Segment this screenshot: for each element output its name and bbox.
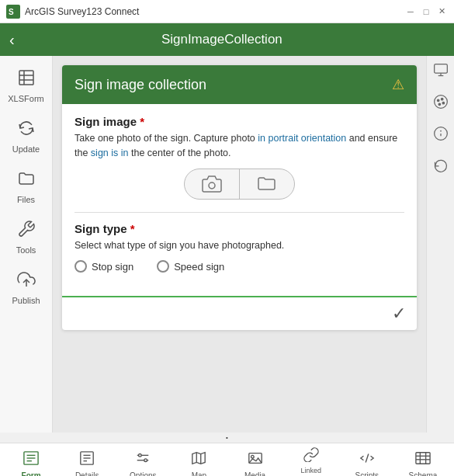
refresh-icon	[17, 119, 36, 142]
tab-schema[interactable]: Schema	[404, 447, 442, 477]
options-icon	[134, 450, 151, 470]
tab-media[interactable]: Media	[236, 447, 275, 477]
survey-card: Sign image collection ⚠ Sign image * Tak…	[62, 65, 417, 330]
radio-circle-stop	[75, 260, 87, 273]
title-bar-controls: ─ □ ✕	[404, 5, 448, 18]
tab-label-linked: LinkedContent	[299, 467, 324, 476]
sidebar-label-tools: Tools	[16, 245, 36, 255]
bottom-tabs: Form Details Options	[0, 443, 454, 476]
wrench-icon	[17, 220, 36, 243]
sign-image-question: Sign image * Take one photo of the sign.…	[75, 115, 404, 200]
tab-label-options: Options	[130, 471, 156, 477]
radio-group: Stop sign Speed sign	[75, 260, 404, 273]
tab-label-scripts: Scripts	[355, 471, 379, 477]
card-footer: ✓	[62, 296, 417, 330]
sidebar-item-update[interactable]: Update	[0, 113, 52, 160]
scripts-icon	[359, 450, 376, 470]
folder-button[interactable]	[240, 169, 294, 199]
highlight-text: in portrait orientation	[258, 133, 346, 144]
svg-point-11	[434, 96, 447, 109]
main-layout: XLSForm Update Files	[0, 56, 454, 433]
app-icon: S	[6, 5, 20, 19]
back-button[interactable]: ‹	[9, 31, 15, 49]
tab-scripts[interactable]: Scripts	[348, 447, 386, 477]
details-icon	[78, 450, 95, 470]
sign-image-title: Sign image *	[75, 115, 404, 128]
undo-icon[interactable]	[433, 158, 449, 177]
sign-type-title: Sign type *	[75, 222, 404, 235]
tab-label-map: Map	[192, 471, 206, 477]
maximize-button[interactable]: □	[420, 5, 432, 18]
radio-label-speed: Speed sign	[174, 261, 224, 273]
sidebar-item-files[interactable]: Files	[0, 163, 52, 210]
linked-icon	[303, 446, 320, 466]
title-bar: S ArcGIS Survey123 Connect ─ □ ✕	[0, 0, 454, 23]
tab-label-media: Media	[244, 471, 265, 477]
tab-label-form: Form	[22, 471, 41, 477]
info-icon[interactable]	[433, 126, 449, 145]
tab-form[interactable]: Form	[12, 447, 50, 477]
media-icon	[247, 450, 264, 470]
photo-btn-group	[184, 169, 295, 200]
title-bar-left: S ArcGIS Survey123 Connect	[6, 5, 139, 19]
svg-point-7	[209, 182, 215, 189]
folder-icon	[17, 169, 36, 193]
tab-options[interactable]: Options	[123, 447, 162, 477]
sidebar-label-xlsform: XLSForm	[8, 94, 43, 103]
required-star-2: *	[130, 222, 135, 235]
dot-indicator: •	[0, 433, 454, 443]
upload-icon	[17, 270, 36, 294]
svg-point-35	[251, 455, 254, 458]
radio-circle-speed	[157, 260, 169, 273]
radio-label-stop: Stop sign	[92, 261, 133, 273]
tab-map[interactable]: Map	[179, 447, 218, 477]
close-button[interactable]: ✕	[435, 5, 448, 18]
radio-stop-sign[interactable]: Stop sign	[75, 260, 133, 273]
sidebar-item-xlsform[interactable]: XLSForm	[0, 62, 52, 109]
svg-point-15	[438, 103, 441, 106]
sidebar-label-publish: Publish	[12, 296, 40, 305]
sign-type-question: Sign type * Select what type of sign you…	[75, 222, 404, 273]
palette-icon[interactable]	[433, 94, 449, 113]
svg-point-30	[144, 458, 147, 461]
svg-line-36	[366, 453, 369, 462]
warning-icon: ⚠	[392, 76, 404, 93]
divider	[75, 212, 404, 213]
tab-label-details: Details	[75, 471, 99, 477]
sidebar-item-tools[interactable]: Tools	[0, 214, 52, 261]
form-icon	[23, 450, 40, 470]
svg-point-13	[441, 98, 443, 100]
tab-label-schema: Schema	[409, 471, 438, 477]
minimize-button[interactable]: ─	[404, 5, 417, 18]
sign-image-desc: Take one photo of the sign. Capture phot…	[75, 131, 404, 161]
survey-card-body: Sign image * Take one photo of the sign.…	[62, 104, 417, 296]
svg-point-29	[139, 453, 142, 457]
svg-rect-37	[416, 452, 430, 464]
svg-marker-31	[192, 452, 205, 464]
photo-buttons	[75, 169, 404, 200]
tab-details[interactable]: Details	[68, 447, 106, 477]
svg-point-12	[437, 99, 439, 102]
svg-rect-2	[19, 71, 33, 85]
radio-speed-sign[interactable]: Speed sign	[157, 260, 224, 273]
sidebar-label-files: Files	[17, 195, 35, 204]
sidebar: XLSForm Update Files	[0, 56, 53, 433]
sidebar-label-update: Update	[12, 144, 40, 154]
title-bar-app-name: ArcGIS Survey123 Connect	[25, 6, 139, 17]
camera-button[interactable]	[185, 169, 240, 199]
checkmark-icon: ✓	[392, 304, 406, 324]
highlight-text-2: sign is in	[91, 148, 129, 158]
map-icon	[190, 450, 207, 470]
schema-icon	[414, 450, 431, 470]
tab-linked-content[interactable]: LinkedContent	[292, 443, 331, 476]
svg-text:S: S	[9, 8, 14, 16]
content-area: Sign image collection ⚠ Sign image * Tak…	[53, 56, 426, 433]
sign-type-desc: Select what type of sign you have photog…	[75, 238, 404, 253]
monitor-icon[interactable]	[433, 62, 449, 82]
survey-card-header: Sign image collection ⚠	[62, 65, 417, 104]
right-panel	[426, 56, 454, 433]
app-header: ‹ SignImageCollection	[0, 23, 454, 56]
svg-rect-8	[434, 64, 447, 74]
sidebar-item-publish[interactable]: Publish	[0, 264, 52, 311]
svg-point-14	[442, 102, 445, 104]
